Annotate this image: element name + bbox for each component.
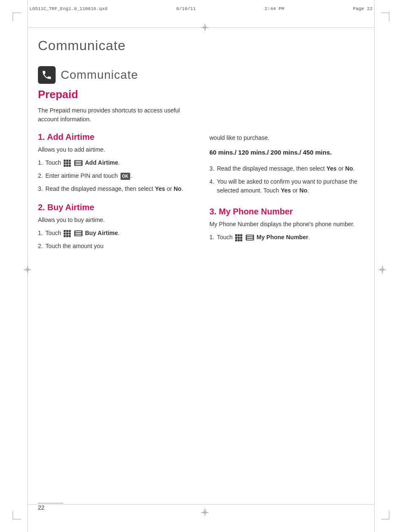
add-airtime-section: 1. Add Airtime Allows you to add airtime…: [38, 132, 193, 193]
my-phone-step-content-1: Touch My Phone Number.: [217, 233, 364, 242]
right-step3: 3. Read the displayed message, then sele…: [209, 164, 364, 173]
file-time: 2:44 PM: [265, 6, 284, 11]
buy-airtime-label: Buy Airtime: [85, 230, 118, 236]
right-step-content-4: You will be asked to confirm you want to…: [217, 177, 364, 195]
buy-step-num-1: 1.: [38, 229, 43, 238]
add-airtime-label: Add Airtime: [85, 159, 118, 166]
no-4: No: [300, 187, 308, 194]
page-title: Communicate: [38, 38, 364, 53]
buy-airtime-heading: 2. Buy Airtime: [38, 203, 193, 212]
add-airtime-step3: 3. Read the displayed message, then sele…: [38, 184, 193, 193]
reg-mark-tl: [13, 13, 21, 21]
grid-icon-3: [235, 234, 242, 241]
buy-airtime-step2: 2. Touch the amount you: [38, 242, 193, 251]
yes-4: Yes: [281, 187, 291, 194]
yes-3: Yes: [327, 165, 337, 172]
my-phone-number-section: 3. My Phone Number My Phone Number displ…: [209, 207, 364, 242]
step-num: 1.: [38, 158, 43, 167]
my-phone-step-num-1: 1.: [209, 233, 214, 242]
right-step-num-3: 3.: [209, 164, 214, 173]
right-step-num-4: 4.: [209, 177, 214, 186]
page-container: LG511C_TRF_Eng1.0_110816.qxd 8/16/11 2:4…: [0, 0, 402, 532]
list-icon-2: [74, 230, 83, 236]
file-date: 8/16/11: [176, 6, 196, 11]
add-airtime-desc: Allows you to add airtime.: [38, 145, 193, 154]
buy-airtime-desc: Allows you to buy airtime.: [38, 216, 193, 225]
right-intro: would like to purchase.: [209, 134, 364, 142]
buy-airtime-step1: 1. Touch: [38, 229, 193, 238]
no-label: No: [174, 185, 182, 192]
grid-icon-2: [64, 230, 71, 237]
step-num-2: 2.: [38, 171, 43, 180]
col-right: would like to purchase. 60 mins./ 120 mi…: [209, 66, 364, 260]
no-3: No: [345, 165, 353, 172]
step-num-3: 3.: [38, 184, 43, 193]
file-name: LG511C_TRF_Eng1.0_110816.qxd: [29, 6, 107, 11]
add-airtime-step2: 2. Enter airtime PIN and touch OK.: [38, 171, 193, 180]
my-phone-step1: 1. Touch: [209, 233, 364, 242]
main-content: Communicate Communicate Prepaid The P: [38, 38, 364, 498]
my-phone-number-heading: 3. My Phone Number: [209, 207, 364, 217]
phone-icon: [41, 70, 52, 80]
list-icon-3: [246, 235, 254, 241]
reg-mark-tr: [381, 13, 389, 21]
section-header-row: Communicate: [38, 66, 193, 84]
col-left: Communicate Prepaid The Prepaid menu pro…: [38, 66, 193, 260]
buy-step-num-2: 2.: [38, 242, 43, 251]
my-phone-label: My Phone Number: [257, 234, 308, 241]
reg-mark-br: [381, 511, 389, 519]
buy-step-content-1: Touch Buy Airtime.: [46, 229, 193, 238]
right-step4: 4. You will be asked to confirm you want…: [209, 177, 364, 195]
page-number: 22: [38, 504, 45, 511]
step-content-3: Read the displayed message, then select …: [46, 184, 193, 193]
file-header: LG511C_TRF_Eng1.0_110816.qxd 8/16/11 2:4…: [29, 6, 373, 11]
file-page: Page 22: [353, 6, 373, 11]
grid-icon: [64, 160, 71, 167]
buy-step-content-2: Touch the amount you: [46, 242, 193, 251]
yes-label: Yes: [155, 185, 165, 192]
right-step-content-3: Read the displayed message, then select …: [217, 164, 364, 173]
columns: Communicate Prepaid The Prepaid menu pro…: [38, 66, 364, 260]
step-content: Touch: [46, 158, 193, 167]
section-communicate-title: Communicate: [61, 68, 138, 82]
add-airtime-step1: 1. Touch: [38, 158, 193, 167]
step-content-2: Enter airtime PIN and touch OK.: [46, 171, 193, 180]
bottom-rule: [38, 503, 63, 503]
reg-mark-bl: [13, 511, 21, 519]
right-margin-line: [374, 0, 375, 532]
phone-icon-box: [38, 66, 56, 84]
ok-icon: OK: [121, 173, 130, 180]
bottom-border-line: [27, 504, 375, 505]
my-phone-number-desc: My Phone Number displays the phone's pho…: [209, 220, 364, 229]
list-icon: [74, 160, 83, 166]
airtime-options: 60 mins./ 120 mins./ 200 mins./ 450 mins…: [209, 147, 364, 158]
add-airtime-heading: 1. Add Airtime: [38, 132, 193, 142]
buy-airtime-section: 2. Buy Airtime Allows you to buy airtime…: [38, 203, 193, 251]
heading-prepaid: Prepaid: [38, 88, 193, 101]
prepaid-intro: The Prepaid menu provides shortcuts to a…: [38, 106, 193, 124]
